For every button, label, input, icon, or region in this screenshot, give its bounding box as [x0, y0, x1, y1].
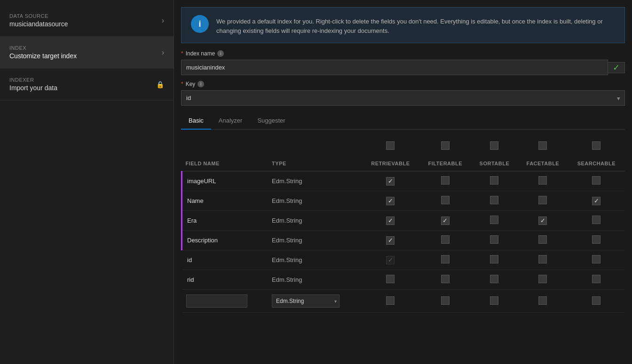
searchable-checkbox[interactable]	[592, 235, 600, 244]
info-icon: i	[191, 15, 209, 33]
global-checkbox-row	[182, 137, 625, 156]
new-field-sortable-checkbox[interactable]	[490, 296, 498, 305]
facetable-checkbox[interactable]	[538, 176, 547, 185]
key-required-star: *	[181, 81, 183, 87]
new-field-name-input[interactable]	[186, 294, 247, 308]
field-name-cell: id	[182, 250, 269, 270]
index-name-info-icon[interactable]: i	[217, 50, 224, 57]
info-banner: iWe provided a default index for you. Ri…	[181, 7, 625, 43]
sortable-checkbox[interactable]	[490, 275, 498, 283]
field-name-cell: imageURL	[182, 171, 269, 191]
new-field-type-select[interactable]: Edm.StringEdm.Int32Edm.Int64Edm.DoubleEd…	[272, 294, 340, 308]
col-header-retrievable: RETRIEVABLE	[362, 156, 419, 171]
global-filterable-checkbox[interactable]	[441, 141, 450, 150]
sortable-checkbox[interactable]	[490, 176, 498, 185]
searchable-checkbox[interactable]	[592, 216, 600, 224]
filterable-checkbox[interactable]	[441, 176, 450, 185]
sortable-checkbox[interactable]	[490, 216, 498, 224]
new-field-retrievable-checkbox[interactable]	[386, 296, 395, 305]
key-select[interactable]: id	[181, 90, 625, 106]
key-info-icon[interactable]: i	[198, 81, 204, 87]
new-field-searchable-checkbox[interactable]	[592, 296, 600, 305]
facetable-checkbox[interactable]	[538, 217, 547, 225]
facetable-checkbox[interactable]	[538, 255, 547, 263]
global-facetable-checkbox[interactable]	[538, 141, 547, 150]
facetable-checkbox[interactable]	[538, 275, 547, 283]
filterable-checkbox[interactable]	[441, 235, 450, 244]
key-select-wrapper: id▾	[181, 90, 625, 106]
index-name-label: * Index name i	[181, 50, 625, 57]
index-name-input[interactable]	[181, 60, 608, 75]
index-name-label-text: Index name	[186, 50, 215, 57]
field-name-cell: Era	[182, 211, 269, 231]
main-content: iWe provided a default index for you. Ri…	[174, 0, 632, 364]
table-row: EraEdm.String	[182, 211, 625, 231]
filterable-checkbox[interactable]	[441, 217, 450, 225]
fields-table: FIELD NAMETYPERETRIEVABLEFILTERABLESORTA…	[181, 137, 625, 313]
key-label: * Key i	[181, 81, 625, 87]
table-row: NameEdm.String	[182, 191, 625, 211]
index-name-valid-icon: ✓	[608, 62, 625, 73]
sortable-checkbox[interactable]	[490, 235, 498, 244]
filterable-checkbox[interactable]	[441, 255, 450, 263]
col-header-facetable: FACETABLE	[518, 156, 568, 171]
new-field-type-cell: Edm.StringEdm.Int32Edm.Int64Edm.DoubleEd…	[268, 290, 362, 313]
sidebar-title-index: Customize target index	[9, 52, 77, 60]
searchable-checkbox[interactable]	[592, 176, 600, 185]
new-field-facetable-checkbox[interactable]	[538, 296, 547, 305]
global-searchable-checkbox[interactable]	[592, 141, 600, 150]
index-name-input-wrapper: ✓	[181, 60, 625, 75]
retrievable-checkbox[interactable]	[386, 217, 395, 225]
field-type-cell: Edm.String	[268, 171, 362, 191]
searchable-checkbox[interactable]	[592, 275, 600, 283]
sidebar: Data Sourcemusiciandatasource›IndexCusto…	[0, 0, 174, 364]
key-label-text: Key	[186, 81, 196, 87]
table-row: ridEdm.String	[182, 270, 625, 290]
new-field-name-cell	[182, 290, 269, 313]
sidebar-subtitle-indexer: Indexer	[9, 77, 57, 83]
tab-analyzer[interactable]: Analyzer	[211, 112, 250, 130]
sortable-checkbox[interactable]	[490, 255, 498, 263]
sidebar-subtitle-data-source: Data Source	[9, 13, 68, 19]
field-type-cell: Edm.String	[268, 191, 362, 211]
retrievable-checkbox[interactable]	[386, 177, 395, 186]
lock-icon: 🔒	[156, 81, 164, 88]
retrievable-checkbox[interactable]	[386, 275, 395, 283]
sidebar-item-index[interactable]: IndexCustomize target index›	[0, 37, 174, 69]
global-retrievable-checkbox[interactable]	[386, 141, 395, 150]
col-header-type: TYPE	[268, 156, 362, 171]
global-sortable-checkbox[interactable]	[490, 141, 498, 150]
facetable-checkbox[interactable]	[538, 235, 547, 244]
form-section: * Index name i✓* Key iid▾	[174, 50, 632, 106]
field-type-cell: Edm.String	[268, 231, 362, 250]
sidebar-subtitle-index: Index	[9, 45, 77, 51]
sidebar-title-indexer: Import your data	[9, 84, 57, 92]
retrievable-checkbox[interactable]	[386, 197, 395, 205]
tab-suggester[interactable]: Suggester	[250, 112, 292, 130]
table-row: imageURLEdm.String	[182, 171, 625, 191]
field-type-cell: Edm.String	[268, 211, 362, 231]
searchable-checkbox[interactable]	[592, 255, 600, 263]
sidebar-item-indexer[interactable]: IndexerImport your data🔒	[0, 69, 174, 101]
col-header-searchable: SEARCHABLE	[568, 156, 625, 171]
table-header-row: FIELD NAMETYPERETRIEVABLEFILTERABLESORTA…	[182, 156, 625, 171]
filterable-checkbox[interactable]	[441, 196, 450, 204]
required-star: *	[181, 50, 183, 57]
filterable-checkbox[interactable]	[441, 275, 450, 283]
retrievable-checkbox[interactable]	[386, 236, 395, 245]
fields-table-container: FIELD NAMETYPERETRIEVABLEFILTERABLESORTA…	[174, 130, 632, 320]
facetable-checkbox[interactable]	[538, 196, 547, 204]
new-field-filterable-checkbox[interactable]	[441, 296, 450, 305]
new-field-row: Edm.StringEdm.Int32Edm.Int64Edm.DoubleEd…	[182, 290, 625, 313]
sidebar-item-data-source[interactable]: Data Sourcemusiciandatasource›	[0, 5, 174, 37]
chevron-right-icon: ›	[162, 48, 164, 57]
table-row: DescriptionEdm.String	[182, 231, 625, 250]
sortable-checkbox[interactable]	[490, 196, 498, 204]
tab-basic[interactable]: Basic	[181, 112, 211, 130]
field-type-cell: Edm.String	[268, 250, 362, 270]
retrievable-checkbox	[386, 256, 395, 264]
searchable-checkbox[interactable]	[592, 197, 600, 205]
sidebar-title-data-source: musiciandatasource	[9, 20, 68, 28]
field-name-cell: Name	[182, 191, 269, 211]
col-header-filterable: FILTERABLE	[419, 156, 471, 171]
